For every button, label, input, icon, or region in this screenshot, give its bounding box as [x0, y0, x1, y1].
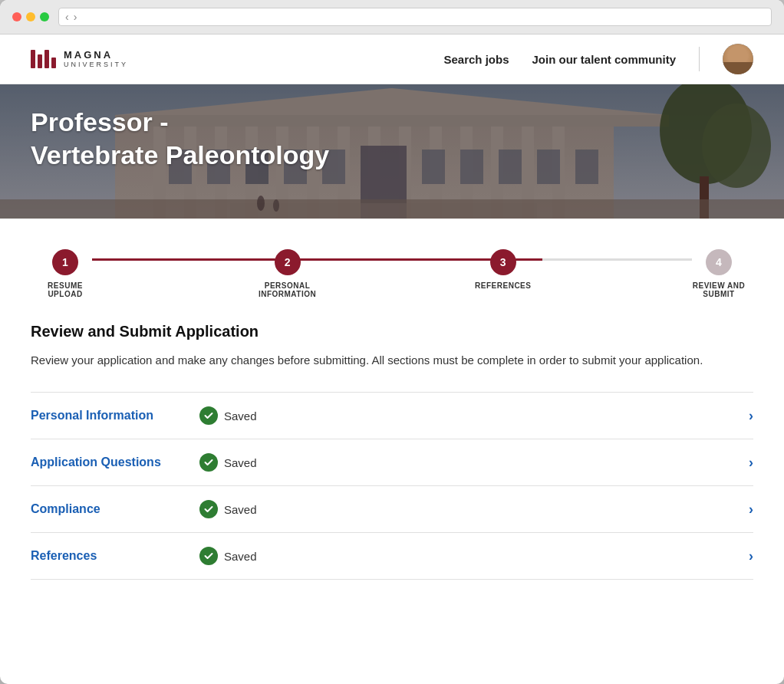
- step-1-label: RESUME UPLOAD: [31, 281, 100, 298]
- references-chevron-icon[interactable]: ›: [749, 548, 753, 564]
- step-3-circle: 3: [490, 249, 516, 275]
- compliance-item[interactable]: Compliance Saved ›: [31, 486, 753, 533]
- hero-banner: Professor - Vertebrate Paleontology: [0, 84, 784, 219]
- review-title: Review and Submit Application: [31, 323, 753, 340]
- references-check-icon: [199, 547, 218, 565]
- nav-forward-icon[interactable]: ›: [74, 11, 77, 23]
- nav-back-icon[interactable]: ‹: [65, 11, 69, 23]
- application-items-list: Personal Information Saved › Application…: [31, 392, 753, 580]
- steps-container: 1 RESUME UPLOAD 2 PERSONAL INFORMATION 3…: [31, 249, 753, 298]
- step-4-label: REVIEW AND SUBMIT: [684, 281, 753, 298]
- nav-links: Search jobs Join our talent community: [443, 44, 753, 74]
- browser-window: ‹ › MAGNA UNIVERSITY Search jobs Join ou…: [0, 0, 784, 684]
- logo-icon: [31, 50, 56, 68]
- application-questions-link[interactable]: Application Questions: [31, 455, 199, 469]
- personal-information-item[interactable]: Personal Information Saved ›: [31, 393, 753, 439]
- minimize-dot[interactable]: [26, 12, 35, 21]
- compliance-link[interactable]: Compliance: [31, 502, 199, 516]
- logo-area: MAGNA UNIVERSITY: [31, 50, 128, 68]
- talent-community-link[interactable]: Join our talent community: [532, 53, 676, 66]
- compliance-status-text: Saved: [224, 503, 257, 516]
- step-4-circle: 4: [706, 249, 732, 275]
- hero-content: Professor - Vertebrate Paleontology: [0, 84, 784, 192]
- personal-information-status: Saved: [199, 406, 749, 425]
- references-link[interactable]: References: [31, 549, 199, 563]
- step-1[interactable]: 1 RESUME UPLOAD: [31, 249, 100, 298]
- compliance-chevron-icon[interactable]: ›: [749, 501, 753, 518]
- personal-information-link[interactable]: Personal Information: [31, 409, 199, 423]
- browser-dots: [12, 12, 49, 21]
- avatar-image: [723, 44, 753, 74]
- search-jobs-link[interactable]: Search jobs: [443, 53, 509, 66]
- application-questions-status-text: Saved: [224, 456, 257, 469]
- address-bar[interactable]: ‹ ›: [58, 8, 772, 26]
- step-1-circle: 1: [52, 249, 78, 275]
- review-description: Review your application and make any cha…: [31, 351, 753, 369]
- step-2-label: PERSONAL INFORMATION: [253, 281, 322, 298]
- references-status-text: Saved: [224, 550, 257, 563]
- application-questions-check-icon: [199, 453, 218, 472]
- application-questions-item[interactable]: Application Questions Saved ›: [31, 439, 753, 486]
- references-status: Saved: [199, 547, 749, 565]
- step-3-label: REFERENCES: [475, 281, 531, 290]
- step-2-circle: 2: [275, 249, 301, 275]
- step-2[interactable]: 2 PERSONAL INFORMATION: [253, 249, 322, 298]
- fullscreen-dot[interactable]: [40, 12, 49, 21]
- compliance-check-icon: [199, 500, 218, 518]
- main-content: 1 RESUME UPLOAD 2 PERSONAL INFORMATION 3…: [0, 219, 784, 610]
- step-4[interactable]: 4 REVIEW AND SUBMIT: [684, 249, 753, 298]
- compliance-status: Saved: [199, 500, 749, 518]
- hero-title: Professor - Vertebrate Paleontology: [31, 106, 753, 171]
- step-3[interactable]: 3 REFERENCES: [475, 249, 531, 298]
- site-header: MAGNA UNIVERSITY Search jobs Join our ta…: [0, 35, 784, 84]
- references-item[interactable]: References Saved ›: [31, 533, 753, 580]
- logo-text: MAGNA UNIVERSITY: [64, 50, 128, 68]
- nav-divider: [699, 47, 700, 71]
- personal-information-check-icon: [199, 406, 218, 425]
- close-dot[interactable]: [12, 12, 21, 21]
- application-questions-chevron-icon[interactable]: ›: [749, 455, 753, 471]
- personal-information-status-text: Saved: [224, 409, 257, 423]
- progress-steps: 1 RESUME UPLOAD 2 PERSONAL INFORMATION 3…: [31, 242, 753, 298]
- personal-information-chevron-icon[interactable]: ›: [749, 408, 753, 424]
- browser-chrome: ‹ ›: [0, 0, 784, 35]
- user-avatar[interactable]: [723, 44, 753, 74]
- application-questions-status: Saved: [199, 453, 749, 472]
